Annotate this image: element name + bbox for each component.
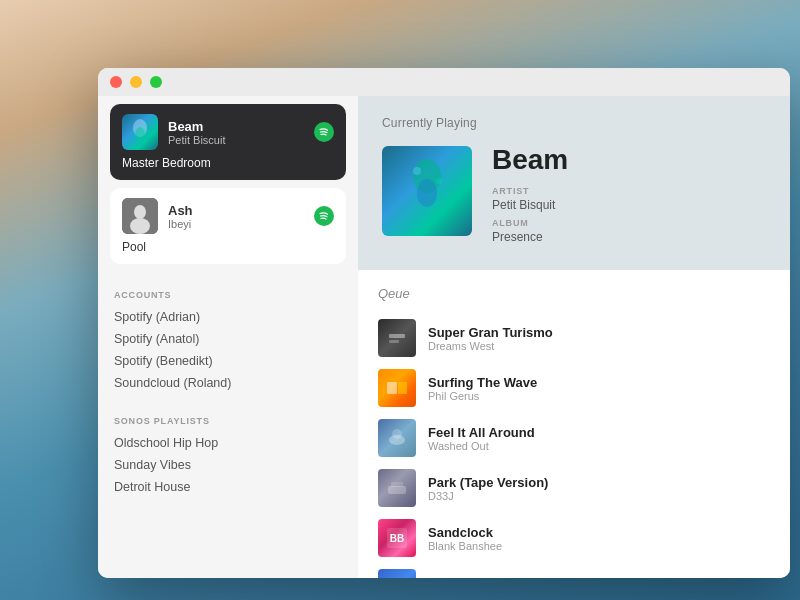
svg-point-4: [134, 205, 146, 219]
queue-item-3[interactable]: Park (Tape Version) D33J: [378, 463, 770, 513]
playlists-section: Sonos Playlists Oldschool Hip Hop Sunday…: [98, 398, 358, 502]
account-card-beam[interactable]: Beam Petit Biscuit Master Bedroom: [110, 104, 346, 180]
card-account-ash: Ibeyi: [168, 218, 193, 230]
thumb-icon-3: [385, 476, 409, 500]
queue-info-4: Sandclock Blank Banshee: [428, 525, 502, 552]
thumb-icon-1: [385, 376, 409, 400]
spotify-icon-beam: [314, 122, 334, 142]
queue-section: Qeue Super Gran Turismo Dreams West: [358, 270, 790, 578]
svg-rect-11: [389, 334, 405, 338]
queue-artist-2: Washed Out: [428, 440, 535, 452]
currently-playing-content: Beam ARTIST Petit Bisquit ALBUM Presence: [382, 146, 766, 250]
album-value: Presence: [492, 230, 766, 244]
current-album-art: [382, 146, 472, 236]
maximize-button[interactable]: [150, 76, 162, 88]
sidebar-item-sunday[interactable]: Sunday Vibes: [114, 454, 342, 476]
avatar-ash: [122, 198, 158, 234]
thumb-inner-3: [378, 469, 416, 507]
sidebar-item-detroit[interactable]: Detroit House: [114, 476, 342, 498]
thumb-icon-4: BB: [385, 526, 409, 550]
currently-playing-details: Beam ARTIST Petit Bisquit ALBUM Presence: [492, 146, 766, 250]
queue-thumb-3: [378, 469, 416, 507]
svg-point-9: [413, 167, 421, 175]
queue-thumb-1: [378, 369, 416, 407]
queue-info-1: Surfing The Wave Phil Gerus: [428, 375, 537, 402]
svg-rect-14: [398, 382, 407, 394]
card-name-ash: Ash: [168, 203, 193, 218]
sidebar: Beam Petit Biscuit Master Bedroom: [98, 68, 358, 578]
queue-thumb-0: [378, 319, 416, 357]
svg-rect-13: [387, 382, 397, 394]
thumb-inner-4: BB: [378, 519, 416, 557]
queue-track-0: Super Gran Turismo: [428, 325, 553, 340]
thumb-icon-0: [385, 326, 409, 350]
queue-track-2: Feel It All Around: [428, 425, 535, 440]
album-row: ALBUM Presence: [492, 218, 766, 244]
ash-art-icon: [122, 198, 158, 234]
thumb-icon-2: [385, 426, 409, 450]
card-info-ash: Ash Ibeyi: [122, 198, 193, 234]
svg-text:BB: BB: [390, 533, 404, 544]
spotify-icon-ash: [314, 206, 334, 226]
queue-info-2: Feel It All Around Washed Out: [428, 425, 535, 452]
sidebar-item-oldschool[interactable]: Oldschool Hip Hop: [114, 432, 342, 454]
card-account-beam: Petit Biscuit: [168, 134, 225, 146]
thumb-inner-5: [378, 569, 416, 578]
main-window: Beam Petit Biscuit Master Bedroom: [98, 68, 790, 578]
card-name-beam: Beam: [168, 119, 225, 134]
avatar-beam: [122, 114, 158, 150]
queue-item-2[interactable]: Feel It All Around Washed Out: [378, 413, 770, 463]
main-content: Currently Playing Beam ARTIST Peti: [358, 68, 790, 578]
card-text-ash: Ash Ibeyi: [168, 203, 193, 230]
queue-info-0: Super Gran Turismo Dreams West: [428, 325, 553, 352]
card-playing-ash: Pool: [122, 240, 334, 254]
queue-thumb-5: [378, 569, 416, 578]
queue-item-4[interactable]: BB Sandclock Blank Banshee: [378, 513, 770, 563]
svg-rect-17: [388, 486, 406, 494]
svg-point-16: [392, 429, 402, 439]
accounts-label: Accounts: [114, 290, 342, 300]
artist-label: ARTIST: [492, 186, 766, 196]
queue-track-4: Sandclock: [428, 525, 502, 540]
current-album-art-svg: [387, 151, 467, 231]
queue-item-1[interactable]: Surfing The Wave Phil Gerus: [378, 363, 770, 413]
svg-rect-18: [391, 482, 403, 487]
titlebar: [98, 68, 790, 96]
artist-value: Petit Bisquit: [492, 198, 766, 212]
beam-art-icon: [122, 114, 158, 150]
queue-track-3: Park (Tape Version): [428, 475, 548, 490]
thumb-inner-0: [378, 319, 416, 357]
sidebar-item-soundcloud-roland[interactable]: Soundcloud (Roland): [114, 372, 342, 394]
thumb-inner-2: [378, 419, 416, 457]
card-info-beam: Beam Petit Biscuit: [122, 114, 225, 150]
card-text-beam: Beam Petit Biscuit: [168, 119, 225, 146]
svg-point-10: [436, 178, 442, 184]
queue-item-5[interactable]: So Wavey: [378, 563, 770, 578]
album-label: ALBUM: [492, 218, 766, 228]
currently-playing-label: Currently Playing: [382, 116, 766, 130]
svg-point-1: [135, 127, 145, 141]
queue-label: Qeue: [378, 286, 770, 301]
account-card-ash[interactable]: Ash Ibeyi Pool: [110, 188, 346, 264]
thumb-inner-1: [378, 369, 416, 407]
queue-artist-1: Phil Gerus: [428, 390, 537, 402]
queue-info-3: Park (Tape Version) D33J: [428, 475, 548, 502]
thumb-icon-5: [385, 576, 409, 578]
currently-playing-section: Currently Playing Beam ARTIST Peti: [358, 96, 790, 270]
queue-artist-4: Blank Banshee: [428, 540, 502, 552]
queue-artist-3: D33J: [428, 490, 548, 502]
queue-track-1: Surfing The Wave: [428, 375, 537, 390]
svg-point-8: [417, 179, 437, 207]
svg-rect-12: [389, 340, 399, 343]
close-button[interactable]: [110, 76, 122, 88]
queue-thumb-2: [378, 419, 416, 457]
minimize-button[interactable]: [130, 76, 142, 88]
queue-item-0[interactable]: Super Gran Turismo Dreams West: [378, 313, 770, 363]
queue-artist-0: Dreams West: [428, 340, 553, 352]
queue-thumb-4: BB: [378, 519, 416, 557]
sidebar-item-spotify-benedikt[interactable]: Spotify (Benedikt): [114, 350, 342, 372]
sidebar-item-spotify-anatol[interactable]: Spotify (Anatol): [114, 328, 342, 350]
current-track-title: Beam: [492, 146, 766, 174]
artist-row: ARTIST Petit Bisquit: [492, 186, 766, 212]
sidebar-item-spotify-adrian[interactable]: Spotify (Adrian): [114, 306, 342, 328]
